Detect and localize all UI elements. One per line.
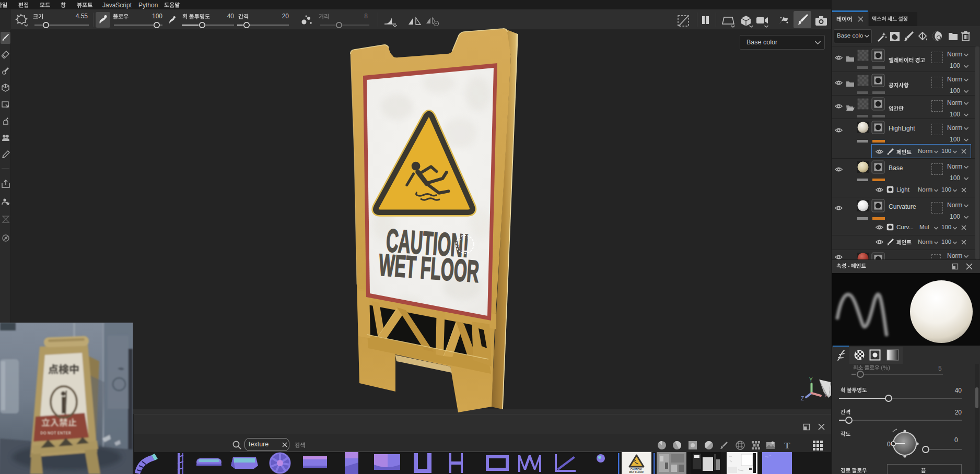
svg-text:Y: Y bbox=[809, 377, 813, 383]
svg-text:T: T bbox=[784, 441, 790, 450]
svg-text:Z: Z bbox=[801, 396, 804, 401]
svg-text:0: 0 bbox=[887, 441, 891, 448]
svg-text:x: x bbox=[824, 393, 827, 398]
svg-text:WET FLOOR: WET FLOOR bbox=[629, 471, 644, 473]
svg-text:WET FLOOR: WET FLOOR bbox=[378, 247, 480, 289]
